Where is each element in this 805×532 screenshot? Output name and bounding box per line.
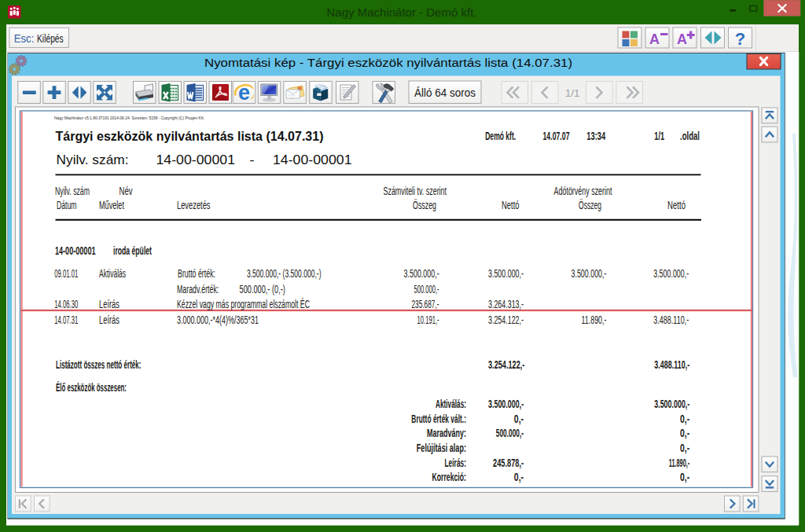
svg-text:500.000,- (0,-): 500.000,- (0,-): [240, 283, 285, 295]
svg-text:Adótörvény szerint: Adótörvény szerint: [554, 185, 612, 197]
svg-text:Nyomtatási kép - Tárgyi eszköz: Nyomtatási kép - Tárgyi eszközök nyilván…: [204, 56, 572, 69]
svg-text:3.488.110,-: 3.488.110,-: [654, 358, 689, 371]
svg-text:14.07.31: 14.07.31: [54, 314, 78, 326]
svg-text:11.890,-: 11.890,-: [582, 314, 607, 326]
svg-text:3.500.000,-: 3.500.000,-: [488, 398, 524, 410]
svg-text:Összeg: Összeg: [579, 198, 601, 211]
svg-text:0,-: 0,-: [680, 427, 690, 439]
svg-text:3.000.000,-*4(4)%/365*31: 3.000.000,-*4(4)%/365*31: [177, 314, 259, 326]
svg-text:Aktiválás:: Aktiválás:: [436, 398, 466, 410]
svg-text:Bruttó érték:: Bruttó érték:: [178, 267, 215, 280]
svg-text:14-00-00001: 14-00-00001: [55, 244, 96, 257]
svg-text:245.878,-: 245.878,-: [493, 457, 524, 469]
svg-text:1/1: 1/1: [565, 87, 580, 99]
svg-text:3.500.000,-: 3.500.000,-: [488, 267, 524, 280]
svg-text:0,-: 0,-: [680, 471, 690, 483]
svg-text:235.687,-: 235.687,-: [411, 298, 439, 310]
svg-text:Korrekció:: Korrekció:: [432, 471, 467, 483]
svg-text:Dátum: Dátum: [57, 199, 77, 211]
svg-text:Demó kft.: Demó kft.: [485, 130, 516, 142]
svg-text:14-00-00001: 14-00-00001: [273, 152, 352, 167]
svg-text:3.500.000,-: 3.500.000,-: [572, 267, 607, 280]
svg-text:11.890,-: 11.890,-: [669, 457, 690, 469]
svg-text:Nagy Machinátor - Demó kft.: Nagy Machinátor - Demó kft.: [327, 6, 477, 19]
svg-text:3.254.122,-: 3.254.122,-: [488, 314, 524, 326]
svg-text:3.500.000,-: 3.500.000,-: [654, 398, 689, 410]
svg-text:Tárgyi eszközök nyilvántartás: Tárgyi eszközök nyilvántartás lista (14.…: [56, 129, 324, 144]
svg-text:Élő eszközök összesen:: Élő eszközök összesen:: [56, 381, 127, 394]
svg-text:A: A: [677, 31, 687, 47]
svg-text:Maradvány:: Maradvány:: [427, 427, 466, 439]
svg-text:iroda épület: iroda épület: [113, 244, 152, 257]
svg-text:Felújítási alap:: Felújítási alap:: [417, 442, 466, 454]
svg-text:Összeg: Összeg: [413, 198, 436, 211]
svg-text:Aktiválás: Aktiválás: [99, 267, 126, 280]
svg-text:09.01.01: 09.01.01: [54, 267, 78, 280]
svg-text:-: -: [250, 152, 255, 167]
svg-text:Maradv.érték:: Maradv.érték:: [177, 283, 219, 295]
svg-text:0,-: 0,-: [680, 442, 690, 454]
svg-text:Leírás:: Leírás:: [445, 457, 467, 469]
svg-text:A: A: [649, 31, 660, 47]
svg-text:Nettó: Nettó: [502, 199, 520, 211]
svg-text:Álló 64 soros: Álló 64 soros: [414, 86, 476, 99]
svg-text:Kézzel vagy más programmal els: Kézzel vagy más programmal elszámolt ÉC: [177, 298, 310, 310]
svg-text:10.191,-: 10.191,-: [417, 314, 439, 326]
svg-text:0,-: 0,-: [514, 471, 524, 483]
svg-text:.oldal: .oldal: [680, 130, 700, 142]
svg-text:3.254.122,-: 3.254.122,-: [488, 358, 525, 371]
svg-text:0,-: 0,-: [514, 413, 524, 425]
svg-text:Esc:: Esc:: [14, 31, 35, 45]
svg-text:Számviteli tv. szerint: Számviteli tv. szerint: [384, 185, 447, 197]
svg-text:3.500.000,-: 3.500.000,-: [653, 267, 689, 280]
svg-text:3.488.110,-: 3.488.110,-: [653, 314, 689, 326]
svg-text:Nettó: Nettó: [667, 199, 686, 211]
svg-text:3.500.000,-: 3.500.000,-: [404, 267, 439, 280]
svg-text:14.06.30: 14.06.30: [54, 298, 78, 310]
svg-text:13:34: 13:34: [586, 130, 605, 142]
svg-text:Bruttó érték vált.:: Bruttó érték vált.:: [411, 413, 466, 425]
svg-text:Leírás: Leírás: [99, 314, 119, 326]
svg-text:Nagy Machinátor v5.1.80.37191: Nagy Machinátor v5.1.80.37191 2014.06.24…: [54, 115, 204, 120]
svg-text:3.264.313,-: 3.264.313,-: [488, 298, 524, 310]
svg-text:3.500.000,- (3.500.000,-): 3.500.000,- (3.500.000,-): [247, 267, 322, 280]
svg-text:Nyilv. szám:: Nyilv. szám:: [57, 152, 129, 167]
svg-text:0,-: 0,-: [680, 413, 690, 425]
svg-text:Név: Név: [119, 185, 133, 197]
svg-text:Levezetés: Levezetés: [177, 199, 211, 211]
svg-text:Leírás: Leírás: [99, 298, 119, 310]
svg-text:Kilépés: Kilépés: [37, 31, 64, 45]
svg-text:14-00-00001: 14-00-00001: [156, 152, 236, 167]
svg-text:Művelet: Művelet: [99, 199, 124, 211]
svg-text:Listázott összes nettó érték:: Listázott összes nettó érték:: [56, 358, 142, 371]
svg-text:500.000,-: 500.000,-: [414, 283, 439, 295]
svg-text:Nyilv. szám: Nyilv. szám: [55, 185, 90, 197]
svg-text:?: ?: [735, 29, 745, 49]
svg-text:1/1: 1/1: [654, 130, 664, 142]
svg-text:14.07.07: 14.07.07: [543, 130, 570, 142]
svg-text:500.000,-: 500.000,-: [496, 427, 524, 439]
